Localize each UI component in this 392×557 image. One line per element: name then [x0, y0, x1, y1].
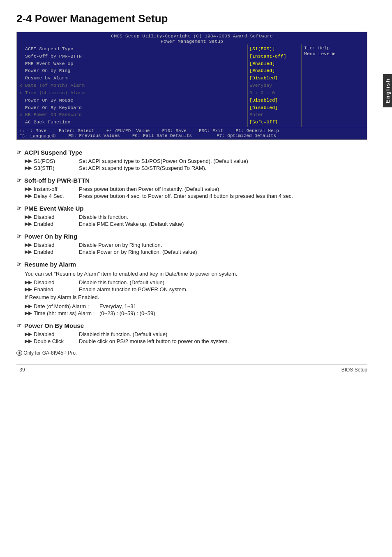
bios-setup-box: CMOS Setup Utility-Copyright (C) 1984-20…	[16, 32, 367, 140]
option-desc: Disable Power on by Ring function.	[79, 242, 367, 248]
bios-value: [Disabled]	[249, 74, 300, 82]
option-desc: Enable PME Event Wake up. (Default value…	[79, 221, 367, 227]
page-number: - 39 -	[16, 367, 28, 373]
section-note: You can set "Resume by Alarm" item to en…	[16, 270, 367, 278]
bullet-icon: ▶▶	[25, 186, 32, 192]
section-pme: PME Event Wake Up ▶▶ Disabled Disable th…	[16, 205, 367, 227]
section-soft-off: Soft-off by PWR-BTTN ▶▶ Instant-off Pres…	[16, 177, 367, 199]
list-item: ▶▶ Enabled Enable Power on by Ring funct…	[16, 249, 367, 255]
bios-help-column: Item Help Menu Level▶	[301, 44, 367, 127]
footnote: ① Only for GA-8I945P Pro.	[16, 350, 367, 356]
bios-value-column: [S1(POS)] [Instant-off] [Enabled] [Enabl…	[248, 44, 301, 127]
table-row: Power On By Mouse	[19, 97, 245, 104]
list-item: ▶▶ S1(POS) Set ACPI suspend type to S1/P…	[16, 158, 367, 164]
bios-footer: ↑↓→←: Move Enter: Select +/-/PU/PD: Valu…	[17, 127, 367, 139]
option-desc: Press power button then Power off instan…	[79, 186, 367, 192]
option-desc: Disable this function.	[79, 214, 367, 220]
table-row: x Date (of Month) Alarm	[19, 82, 245, 89]
bullet-icon: ▶▶	[25, 310, 32, 316]
option-label: Disabled	[34, 279, 79, 285]
list-item: ▶▶ Instant-off Press power button then P…	[16, 186, 367, 192]
table-row: Soft-Off by PWR-BTTN	[19, 53, 245, 60]
table-row: x Time (hh:mm:ss) Alarm	[19, 89, 245, 97]
option-label: Time (hh: mm: ss) Alarm :	[34, 310, 99, 316]
list-item: ▶▶ Disabled Disable Power on by Ring fun…	[16, 242, 367, 248]
option-desc: Everyday, 1~31	[99, 303, 367, 309]
option-label: Double Click	[34, 338, 79, 344]
bios-help-title: Item Help	[304, 45, 364, 51]
bullet-icon: ▶▶	[25, 286, 32, 292]
bullet-icon: ▶▶	[25, 279, 32, 285]
option-label: Delay 4 Sec.	[34, 193, 79, 199]
list-item: ▶▶ Disabled Disabled this function. (Def…	[16, 331, 367, 337]
table-row: Power On By Keyboard	[19, 104, 245, 111]
section-title-soft-off: Soft-off by PWR-BTTN	[16, 177, 367, 184]
bios-value: [Instant-off]	[249, 53, 300, 60]
option-desc: Enable alarm function to POWER ON system…	[79, 286, 367, 292]
option-label: Instant-off	[34, 186, 79, 192]
section-power-on-mouse: Power On By Mouse ▶▶ Disabled Disabled t…	[16, 322, 367, 344]
bios-header: CMOS Setup Utility-Copyright (C) 1984-20…	[17, 32, 367, 44]
list-item: ▶▶ Date (of Month) Alarm : Everyday, 1~3…	[16, 303, 367, 309]
bios-body: ACPI Suspend Type Soft-Off by PWR-BTTN P…	[17, 44, 367, 127]
option-label: Enabled	[34, 249, 79, 255]
table-row: Resume by Alarm	[19, 74, 245, 82]
option-desc: Disable this function. (Default value)	[79, 279, 367, 285]
option-desc: Press power button 4 sec. to Power off. …	[79, 193, 367, 199]
section-title-power-on-mouse: Power On By Mouse	[16, 322, 367, 329]
list-item: ▶▶ Enabled Enable PME Event Wake up. (De…	[16, 221, 367, 227]
bios-value: Enter	[249, 111, 300, 118]
bullet-icon: ▶▶	[25, 249, 32, 255]
list-item: ▶▶ Disabled Disable this function. (Defa…	[16, 279, 367, 285]
list-item: ▶▶ Double Click Double click on PS/2 mou…	[16, 338, 367, 344]
table-row: Power On by Ring	[19, 67, 245, 74]
list-item: ▶▶ Disabled Disable this function.	[16, 214, 367, 220]
table-row: x KB Power ON Password	[19, 111, 245, 118]
bullet-icon: ▶▶	[25, 338, 32, 344]
table-row: AC Back Function	[19, 118, 245, 126]
bios-footer-row2: F3: Language① F5: Previous Values F6: Fa…	[19, 133, 364, 139]
section-title-pme: PME Event Wake Up	[16, 205, 367, 212]
english-side-tab: English	[383, 74, 392, 107]
bios-main-column: ACPI Suspend Type Soft-Off by PWR-BTTN P…	[17, 44, 248, 127]
bios-value: [S1(POS)]	[249, 45, 300, 53]
bios-value: [Enabled]	[249, 67, 300, 74]
bullet-icon: ▶▶	[25, 158, 32, 164]
list-item: ▶▶ Time (hh: mm: ss) Alarm : (0~23) : (0…	[16, 310, 367, 316]
section-title-acpi: ACPI Suspend Type	[16, 149, 367, 156]
option-desc: Double click on PS/2 mouse left button t…	[79, 338, 367, 344]
bullet-icon: ▶▶	[25, 303, 32, 309]
option-label: Enabled	[34, 221, 79, 227]
option-label: Date (of Month) Alarm :	[34, 303, 99, 309]
option-label: S3(STR)	[34, 165, 79, 171]
option-label: Disabled	[34, 242, 79, 248]
section-power-on-ring: Power On by Ring ▶▶ Disabled Disable Pow…	[16, 233, 367, 255]
section-resume-alarm: Resume by Alarm You can set "Resume by A…	[16, 261, 367, 316]
option-desc: Enable Power on by Ring function. (Defau…	[79, 249, 367, 255]
bullet-icon: ▶▶	[25, 242, 32, 248]
section-title-resume-alarm: Resume by Alarm	[16, 261, 367, 268]
bios-value: [Disabled]	[249, 97, 300, 104]
option-label: Disabled	[34, 214, 79, 220]
option-desc: Disabled this function. (Default value)	[79, 331, 367, 337]
bios-value: [Enabled]	[249, 60, 300, 67]
option-desc: Set ACPI suspend type to S1/POS(Power On…	[79, 158, 367, 164]
list-item: ▶▶ Enabled Enable alarm function to POWE…	[16, 286, 367, 292]
option-desc: Set ACPI suspend type to S3/STR(Suspend …	[79, 165, 367, 171]
option-desc: (0~23) : (0~59) : (0~59)	[99, 310, 367, 316]
bios-value: Everyday	[249, 82, 300, 89]
bullet-icon: ▶▶	[25, 165, 32, 171]
bullet-icon: ▶▶	[25, 193, 32, 199]
table-row: PME Event Wake Up	[19, 60, 245, 67]
option-label: Enabled	[34, 286, 79, 292]
section-acpi: ACPI Suspend Type ▶▶ S1(POS) Set ACPI su…	[16, 149, 367, 171]
option-label: Disabled	[34, 331, 79, 337]
list-item: ▶▶ S3(STR) Set ACPI suspend type to S3/S…	[16, 165, 367, 171]
bios-value: [Soft-Off]	[249, 118, 300, 126]
option-label: S1(POS)	[34, 158, 79, 164]
section-label: BIOS Setup	[341, 367, 367, 373]
page-title: 2-4 Power Management Setup	[16, 12, 367, 25]
table-row: ACPI Suspend Type	[19, 45, 245, 53]
footnote-circle: ①	[16, 350, 22, 356]
list-item: ▶▶ Delay 4 Sec. Press power button 4 sec…	[16, 193, 367, 199]
